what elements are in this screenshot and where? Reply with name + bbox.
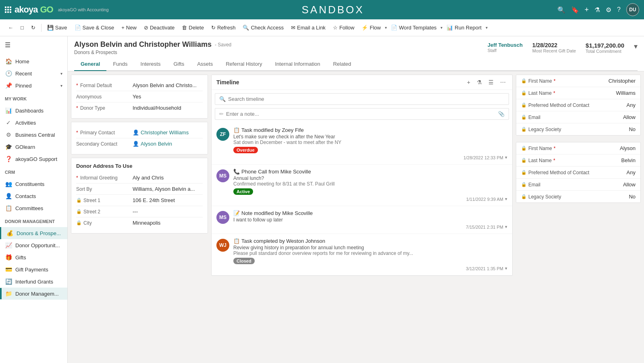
email-link-button[interactable]: ✉ Email a Link: [288, 23, 329, 32]
timeline-note-input[interactable]: [226, 111, 496, 117]
sidebar-item-donors[interactable]: 💰 Donors & Prospe...: [0, 227, 67, 239]
run-report-dropdown[interactable]: 📊 Run Report ▾: [443, 23, 487, 32]
sidebar-item-committees[interactable]: 📋 Committees: [0, 202, 67, 214]
tab-referral[interactable]: Referral History: [219, 58, 268, 71]
entry1-title: 📋 Task modified by Zoey Fife: [233, 127, 507, 133]
committees-icon: 📋: [5, 205, 12, 211]
search-icon[interactable]: 🔍: [557, 6, 565, 14]
contacts-card: * Primary Contact 👤 Christopher Williams…: [71, 122, 208, 154]
timeline-entry-4-content: 📋 Task completed by Weston Johnson Revie…: [233, 238, 507, 271]
sidebar-item-home[interactable]: 🏠 Home: [0, 55, 67, 67]
sidebar-item-contacts[interactable]: 👤 Contacts: [0, 190, 67, 202]
street1-value: 106 E. 24th Street: [133, 197, 203, 203]
timeline-filter-icon[interactable]: ⚗: [475, 78, 484, 86]
tab-internal[interactable]: Internal Information: [268, 58, 326, 71]
timeline-more-icon[interactable]: ⋯: [499, 78, 507, 86]
entry3-expand-icon[interactable]: ▾: [505, 224, 507, 229]
sidebar-section-donor-mgmt: 💰 Donors & Prospe... 📈 Donor Opportunit.…: [0, 225, 67, 301]
hamburger-menu[interactable]: ☰: [0, 36, 67, 54]
sidebar-item-donor-opp[interactable]: 📈 Donor Opportunit...: [0, 239, 67, 251]
sidebar-header-crm: CRM: [0, 167, 67, 176]
add-icon[interactable]: +: [585, 6, 589, 14]
tab-general[interactable]: General: [74, 58, 106, 71]
settings-icon[interactable]: ⚙: [606, 6, 611, 14]
sidebar-item-constituents[interactable]: 👥 Constituents: [0, 178, 67, 190]
timeline-search[interactable]: 🔍: [215, 93, 509, 105]
entry1-body1: Let's make sure we check in after the Ne…: [233, 134, 507, 140]
timeline-search-input[interactable]: [228, 96, 505, 102]
bookmark-icon[interactable]: 🔖: [571, 6, 579, 14]
record-header: Alyson Belvin and Christopher Williams -…: [68, 36, 644, 71]
help-icon[interactable]: ?: [617, 6, 621, 13]
refresh-button[interactable]: ↻ Refresh: [208, 23, 239, 32]
anonymous-value: Yes: [133, 94, 203, 100]
sidebar-item-golearn[interactable]: 🎓 GOlearn: [0, 141, 67, 153]
tab-interests[interactable]: Interests: [134, 58, 167, 71]
check-access-button[interactable]: 🔍 Check Access: [239, 23, 287, 32]
sidebar-section-mywork: 📊 Dashboards ✓ Activities ⚙ Business Cen…: [0, 103, 67, 167]
grid-menu-icon[interactable]: [5, 6, 11, 13]
word-templates-dropdown-arrow[interactable]: ▾: [440, 25, 442, 30]
new-button[interactable]: + New: [118, 23, 140, 32]
home-icon: 🏠: [5, 58, 12, 65]
primary-contact-value[interactable]: 👤 Christopher Williams: [133, 129, 203, 136]
c1-email-value: Allow: [603, 114, 636, 120]
sidebar-item-pinned[interactable]: 📌 Pinned ▾: [0, 79, 67, 92]
timeline-note[interactable]: ✏ 📎: [215, 108, 509, 120]
note-modified-icon: 📝: [233, 210, 240, 216]
sidebar-item-gift-payments[interactable]: 💳 Gift Payments: [0, 263, 67, 275]
c1-legacy-value: No: [603, 126, 636, 132]
sidebar-item-interfund[interactable]: 🔄 Interfund Grants: [0, 275, 67, 288]
gifts-icon: 🎁: [5, 254, 12, 261]
refresh-small-button[interactable]: ↻: [28, 23, 39, 32]
staff-name: Jeff Tenbusch: [488, 42, 523, 48]
entry2-expand-icon[interactable]: ▾: [505, 196, 507, 202]
secondary-contact-value[interactable]: 👤 Alyson Belvin: [133, 141, 203, 147]
attachment-icon[interactable]: 📎: [498, 111, 505, 117]
sidebar-item-recent[interactable]: 🕐 Recent ▾: [0, 67, 67, 79]
filter-icon[interactable]: ⚗: [594, 6, 600, 14]
tab-funds[interactable]: Funds: [106, 58, 134, 71]
save-close-button[interactable]: 📄 Save & Close: [71, 23, 118, 32]
save-button[interactable]: 💾 Save: [44, 23, 71, 32]
donor-type-row: * Donor Type Individual/Household: [76, 102, 203, 113]
timeline-entry-4: WJ 📋 Task completed by Weston Johnson Re…: [212, 234, 512, 275]
expand-record-button[interactable]: ▾: [634, 42, 638, 51]
word-templates-dropdown[interactable]: 📄 Word Templates ▾: [388, 23, 442, 32]
run-report-dropdown-arrow[interactable]: ▾: [486, 25, 488, 30]
sidebar-item-support[interactable]: ❓ akoyaGO Support: [0, 153, 67, 165]
c1-email-row: 🔒 Email Allow: [516, 111, 640, 123]
page-button[interactable]: □: [17, 23, 27, 32]
tab-assets[interactable]: Assets: [191, 58, 219, 71]
sidebar-item-donor-management[interactable]: 📁 Donor Managem...: [0, 288, 67, 300]
save-icon: 💾: [47, 25, 54, 31]
back-button[interactable]: ←: [5, 23, 17, 32]
tab-gifts[interactable]: Gifts: [167, 58, 191, 71]
deactivate-button[interactable]: ⊘ Deactivate: [141, 23, 178, 32]
run-report-button[interactable]: 📊 Run Report: [443, 23, 484, 32]
entry1-expand-icon[interactable]: ▾: [505, 155, 507, 160]
delete-button[interactable]: 🗑 Delete: [179, 23, 207, 32]
entry4-expand-icon[interactable]: ▾: [505, 266, 507, 271]
app-logo[interactable]: akoya GO akoyaGO with Accounting: [15, 4, 109, 15]
timeline-list-icon[interactable]: ☰: [487, 78, 495, 86]
sidebar-item-business-central[interactable]: ⚙ Business Central: [0, 129, 67, 141]
tab-related[interactable]: Related: [326, 58, 357, 71]
contact2-link-icon: 👤: [133, 141, 139, 147]
flow-dropdown[interactable]: ⚡ Flow ▾: [358, 23, 386, 32]
follow-button[interactable]: ☆ Follow: [330, 23, 358, 32]
sidebar-item-dashboards[interactable]: 📊 Dashboards: [0, 104, 67, 117]
avatar-zf: ZF: [216, 128, 229, 141]
active-indicator: [0, 288, 2, 299]
sidebar-item-gifts[interactable]: 🎁 Gifts: [0, 251, 67, 263]
record-saved-status: - Saved: [215, 42, 231, 48]
flow-dropdown-arrow[interactable]: ▾: [385, 25, 387, 30]
flow-button[interactable]: ⚡ Flow: [358, 23, 384, 32]
sidebar-item-activities[interactable]: ✓ Activities: [0, 117, 67, 129]
constituents-icon: 👥: [5, 181, 12, 187]
logo-subtitle: akoyaGO with Accounting: [58, 7, 109, 12]
timeline-add-icon[interactable]: +: [465, 78, 472, 86]
word-templates-button[interactable]: 📄 Word Templates: [388, 23, 440, 32]
entry2-badge: Active: [233, 188, 253, 195]
user-avatar[interactable]: DU: [626, 3, 639, 16]
